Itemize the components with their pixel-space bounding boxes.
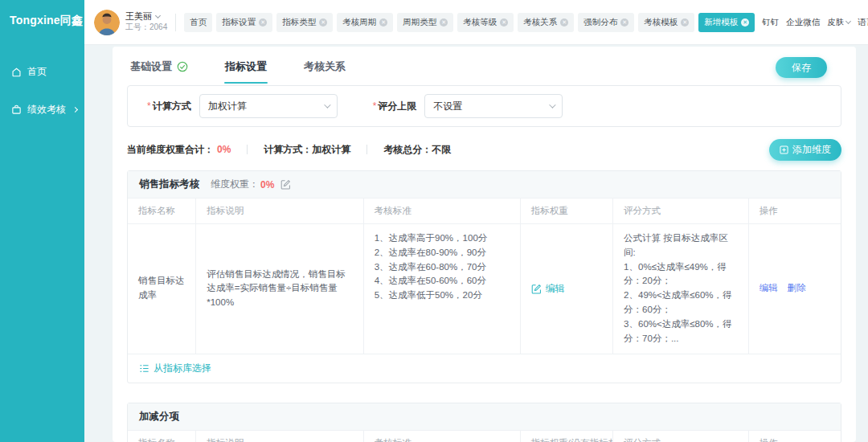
link-language[interactable]: 语言 xyxy=(858,17,868,28)
check-circle-icon xyxy=(177,61,188,72)
edit-row-link[interactable]: 编辑 xyxy=(760,281,778,296)
plus-square-icon xyxy=(780,145,788,154)
divider xyxy=(366,145,367,154)
total-score-summary: 考核总分：不限 xyxy=(383,143,451,157)
sales-indicator-panel: 销售指标考核 维度权重： 0% 指标名称 指标说明 考核标准 指标权重 评分方式… xyxy=(127,170,841,383)
standard-line: 1、达成率高于90%，100分 xyxy=(375,231,510,246)
divider xyxy=(247,145,248,154)
column-header: 评分方式 xyxy=(612,198,748,223)
tab-chip-forced-distribution[interactable]: 强制分布✕ xyxy=(578,13,634,32)
close-icon[interactable]: ✕ xyxy=(500,18,508,27)
close-icon[interactable]: ✕ xyxy=(259,18,267,27)
close-icon[interactable]: ✕ xyxy=(741,18,749,27)
sidebar: Tongxine同鑫 首页 绩效考核 xyxy=(0,0,84,442)
indicator-name-cell: 销售目标达成率 xyxy=(128,223,195,354)
add-dimension-button[interactable]: 添加维度 xyxy=(769,139,841,161)
edit-weight-link[interactable]: 编辑 xyxy=(531,281,565,297)
column-header: 操作 xyxy=(748,431,841,442)
tab-chip-assessment-relation[interactable]: 考核关系✕ xyxy=(518,13,574,32)
close-icon[interactable]: ✕ xyxy=(319,18,327,27)
tab-chip-assessment-cycle[interactable]: 考核周期✕ xyxy=(337,13,393,32)
close-icon[interactable]: ✕ xyxy=(681,18,689,27)
chevron-down-icon xyxy=(155,13,161,18)
sidebar-item-home[interactable]: 首页 xyxy=(0,57,84,87)
app-root: Tongxine同鑫 首页 绩效考核 王美丽 工号：2064 xyxy=(0,0,868,442)
link-wecom[interactable]: 企业微信 xyxy=(786,17,820,28)
scoring-line: 2、49%<达成率≤60%，得分：60分； xyxy=(624,289,738,317)
standard-line: 4、达成率在50-60%，60分 xyxy=(375,274,510,289)
step-tabs: 基础设置 指标设置 考核关系 保存 xyxy=(127,47,841,85)
template-editor-card: 基础设置 指标设置 考核关系 保存 * 计算方式 加权计算 * 评分上限 不设置 xyxy=(113,47,856,442)
column-header: 指标说明 xyxy=(195,431,362,442)
close-icon[interactable]: ✕ xyxy=(560,18,568,27)
save-button[interactable]: 保存 xyxy=(776,57,827,78)
tab-chip-assessment-template[interactable]: 考核模板✕ xyxy=(638,13,694,32)
tab-basic-settings[interactable]: 基础设置 xyxy=(130,59,188,74)
bonus-panel-title: 加减分项 xyxy=(139,410,179,424)
tab-indicator-settings[interactable]: 指标设置 xyxy=(225,59,267,74)
required-asterisk: * xyxy=(147,100,151,112)
settings-form: * 计算方式 加权计算 * 评分上限 不设置 xyxy=(127,85,841,127)
tab-chip-indicator-type[interactable]: 指标类型✕ xyxy=(276,13,333,32)
user-meta: 王美丽 工号：2064 xyxy=(125,11,167,32)
column-header: 指标权重 xyxy=(520,198,612,223)
sidebar-item-label: 首页 xyxy=(27,65,47,79)
column-header: 评分方式 xyxy=(612,431,748,442)
row-actions-cell: 编辑 删除 xyxy=(748,223,841,354)
chevron-down-icon xyxy=(845,18,851,23)
assessment-standards-cell: 1、达成率高于90%，100分 2、达成率在80-90%，90分 3、达成率在6… xyxy=(363,223,520,354)
tab-chip-new-template[interactable]: 新增模板✕ xyxy=(698,13,755,32)
tab-assessment-relation[interactable]: 考核关系 xyxy=(304,59,346,74)
close-icon[interactable]: ✕ xyxy=(620,18,628,27)
sidebar-item-performance[interactable]: 绩效考核 xyxy=(0,95,84,125)
column-header: 考核标准 xyxy=(363,431,520,442)
bonus-deduction-panel: 加减分项 指标名称 指标说明 考核标准 指标权重(没有指标权重) 评分方式 操作… xyxy=(127,403,841,442)
score-limit-select[interactable]: 不设置 xyxy=(424,94,563,118)
column-header: 指标权重(没有指标权重) xyxy=(520,431,612,442)
tab-chip-home[interactable]: 首页 xyxy=(184,13,212,32)
sales-panel-title: 销售指标考核 xyxy=(139,178,199,191)
standard-line: 3、达成率在60-80%，70分 xyxy=(375,260,510,275)
list-icon xyxy=(139,363,149,374)
close-icon[interactable]: ✕ xyxy=(379,18,387,27)
topbar-tab-list: 首页 指标设置✕ 指标类型✕ 考核周期✕ 周期类型✕ 考核等级✕ 考核关系✕ 强… xyxy=(184,13,755,32)
user-menu[interactable]: 王美丽 工号：2064 xyxy=(94,10,167,35)
dimension-weight-value: 0% xyxy=(260,179,274,190)
indicator-weight-cell: 编辑 xyxy=(520,223,612,354)
calc-method-label: 计算方式 xyxy=(153,100,191,113)
link-skin[interactable]: 皮肤 xyxy=(827,17,850,28)
dimension-weight-total-value: 0% xyxy=(217,144,231,155)
score-limit-label: 评分上限 xyxy=(378,100,416,113)
user-employee-id: 工号：2064 xyxy=(125,23,167,33)
select-from-library-link[interactable]: 从指标库选择 xyxy=(139,362,211,375)
calc-method-summary: 计算方式：加权计算 xyxy=(264,143,350,157)
topbar-divider xyxy=(175,14,176,31)
dimension-weight-total-label: 当前维度权重合计： xyxy=(127,143,214,157)
close-icon[interactable]: ✕ xyxy=(440,18,448,27)
scoring-title: 公式计算 按目标达成率区间: xyxy=(624,231,738,260)
edit-icon xyxy=(531,284,542,294)
topbar: 王美丽 工号：2064 首页 指标设置✕ 指标类型✕ 考核周期✕ 周期类型✕ 考… xyxy=(84,0,868,44)
user-name: 王美丽 xyxy=(125,11,152,23)
link-dingtalk[interactable]: 钉钉 xyxy=(762,17,779,28)
bonus-table: 指标名称 指标说明 考核标准 指标权重(没有指标权重) 评分方式 操作 xyxy=(128,431,841,442)
performance-icon xyxy=(11,104,22,115)
avatar xyxy=(94,10,120,35)
dimension-weight-label: 维度权重： xyxy=(211,178,259,191)
edit-weight-icon[interactable] xyxy=(280,179,291,190)
tab-chip-indicator-setting[interactable]: 指标设置✕ xyxy=(216,13,272,32)
sidebar-item-label: 绩效考核 xyxy=(27,103,66,117)
column-header: 指标说明 xyxy=(195,198,362,223)
home-icon xyxy=(11,67,22,77)
sales-panel-header: 销售指标考核 维度权重： 0% xyxy=(128,171,841,198)
delete-row-link[interactable]: 删除 xyxy=(788,281,806,296)
sales-panel-footer: 从指标库选择 xyxy=(128,354,841,383)
bonus-panel-header: 加减分项 xyxy=(128,403,841,431)
chevron-right-icon xyxy=(72,107,78,113)
chevron-down-icon xyxy=(550,101,556,108)
calc-method-select[interactable]: 加权计算 xyxy=(199,94,338,118)
required-asterisk: * xyxy=(373,100,377,112)
brand-logo: Tongxine同鑫 xyxy=(0,0,84,28)
tab-chip-cycle-type[interactable]: 周期类型✕ xyxy=(397,13,453,32)
tab-chip-assessment-grade[interactable]: 考核等级✕ xyxy=(457,13,514,32)
